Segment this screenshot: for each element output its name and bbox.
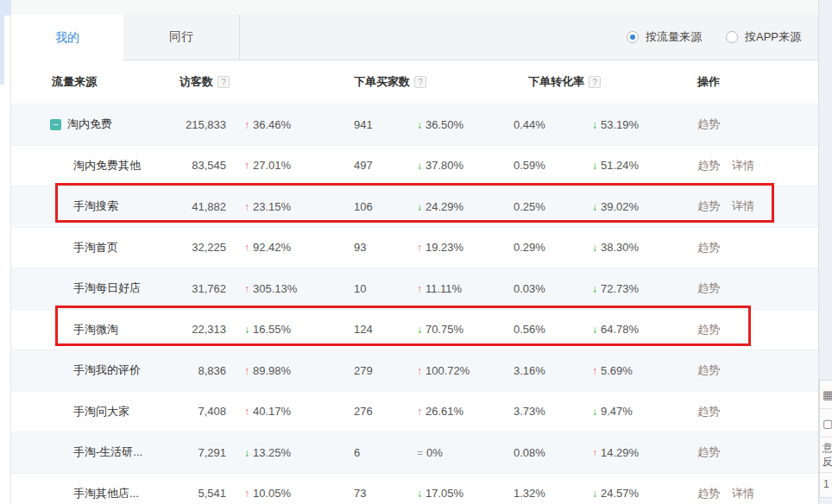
col-header-label: 下单买家数 [354,74,410,90]
trend-arrow-icon: ↓ [592,283,597,295]
table-row: 手淘微淘 22,313 ↓16.55% 124 ↓70.75% 0.56% ↓6… [11,309,818,350]
col-header-traffic-source: 流量来源 [11,74,160,90]
source-label: 手淘问大家 [73,404,129,419]
trend-link[interactable]: 趋势 [697,198,720,214]
radio-icon[interactable] [627,31,639,43]
trend-link[interactable]: 趋势 [697,158,720,173]
trend-arrow-icon: ↓ [417,324,422,336]
conversion-change: ↓64.78% [581,323,686,336]
detail-link[interactable]: 详情 [732,486,754,501]
trend-link[interactable]: 趋势 [697,444,720,460]
buyers-value: 6 [338,446,406,459]
radio-by-traffic-source[interactable]: 按流量来源 [627,29,702,45]
tab-peers[interactable]: 同行 [123,15,240,60]
table-header-row: 流量来源 访客数 ? 下单买家数 ? 下单转化率 ? 操作 [11,60,818,104]
table-row: 手淘每日好店 31,762 ↑305.13% 10 ↑11.11% 0.03% … [11,268,818,309]
visitors-change: ↑89.98% [226,364,338,377]
conversion-value: 0.03% [514,282,581,295]
conversion-change: ↓9.47% [581,405,686,418]
conversion-change: ↓51.24% [581,159,686,172]
col-header-order-buyers: 下单买家数 ? [338,74,514,90]
trend-arrow-icon: ↑ [244,201,249,213]
conversion-change: ↓39.02% [581,200,686,213]
trend-link[interactable]: 趋势 [697,404,720,419]
col-header-label: 流量来源 [52,74,97,90]
buyers-change: ↓36.50% [406,118,514,131]
toolbar-partial-item[interactable]: 1 [820,473,832,497]
buyers-value: 279 [338,364,406,377]
radio-label: 按流量来源 [646,29,702,45]
help-icon[interactable]: ? [217,76,230,88]
col-header-visitors: 访客数 ? [160,74,338,90]
trend-arrow-icon: ↑ [244,488,249,500]
source-label: 手淘-生活研... [73,444,142,460]
buyers-change: ↓24.29% [406,200,514,213]
feedback-char: 意 [823,441,832,455]
table-row: − 淘内免费 215,833 ↑36.46% 941 ↓36.50% 0.44%… [11,104,818,145]
buyers-value: 497 [338,159,406,172]
buyers-value: 73 [338,487,406,500]
source-label: 手淘搜索 [73,198,118,214]
trend-link[interactable]: 趋势 [697,486,720,501]
trend-arrow-icon: ↑ [244,365,249,377]
visitors-value: 31,762 [160,282,226,295]
conversion-value: 0.25% [514,200,581,213]
traffic-source-name: 手淘我的评价 [11,362,160,378]
conversion-change: ↑14.29% [581,446,686,459]
tab-mine[interactable]: 我的 [11,15,123,61]
radio-by-app-source[interactable]: 按APP来源 [726,29,801,45]
traffic-source-name: 淘内免费其他 [11,158,160,173]
trend-link[interactable]: 趋势 [697,322,720,337]
trend-arrow-icon: ↓ [592,201,597,213]
row-actions: 趋势详情 [686,198,818,214]
panel-icon[interactable]: ▢ [820,409,832,438]
conversion-value: 0.08% [514,446,581,459]
table-row: 手淘问大家 7,408 ↑40.17% 276 ↑26.61% 3.73% ↓9… [11,391,818,432]
radio-icon[interactable] [726,31,738,43]
source-label: 淘内免费 [67,117,112,132]
trend-link[interactable]: 趋势 [697,362,720,378]
feedback-button[interactable]: 意 反 [820,438,832,473]
visitors-change: ↑305.13% [226,282,338,295]
detail-link[interactable]: 详情 [732,158,754,173]
grid-icon[interactable]: ▦ [820,381,832,409]
conversion-change: ↓24.57% [581,487,686,500]
table-row: 淘内免费其他 83,545 ↑27.01% 497 ↓37.80% 0.59% … [11,145,818,186]
conversion-change: ↓38.30% [581,241,686,254]
visitors-change: ↑10.05% [226,487,338,500]
visitors-change: ↑36.46% [226,118,338,131]
trend-link[interactable]: 趋势 [697,240,720,255]
help-icon[interactable]: ? [414,76,426,88]
visitors-value: 32,225 [160,241,226,254]
trend-arrow-icon: ↓ [592,488,597,500]
trend-link[interactable]: 趋势 [697,280,720,296]
col-header-label: 访客数 [180,74,213,90]
trend-arrow-icon: ↑ [592,447,597,459]
traffic-source-name: 手淘其他店... [11,486,160,501]
visitors-change: ↑40.17% [226,405,338,418]
traffic-source-name: 手淘-生活研... [11,444,160,460]
collapse-icon[interactable]: − [50,119,61,130]
row-actions: 趋势 [686,322,818,337]
buyers-value: 276 [338,405,406,418]
traffic-report-page: 我的 同行 按流量来源 按APP来源 流量来源 访客数 ? 下单买家数 ? [0,0,832,504]
table-row: 手淘首页 32,225 ↑92.42% 93 ↑19.23% 0.29% ↓38… [11,227,818,268]
buyers-value: 106 [338,200,406,213]
row-actions: 趋势 [686,404,818,419]
trend-arrow-icon: ↓ [592,406,597,418]
trend-arrow-icon: ↓ [592,160,597,172]
buyers-value: 10 [338,282,406,295]
col-header-conversion-rate: 下单转化率 ? [514,74,686,90]
trend-arrow-icon: ↑ [417,242,422,254]
visitors-change: ↑27.01% [226,159,338,172]
trend-arrow-icon: ↑ [244,242,249,254]
buyers-change: ↑11.11% [406,282,514,295]
detail-link[interactable]: 详情 [732,198,754,214]
traffic-source-name: − 淘内免费 [11,117,160,132]
trend-link[interactable]: 趋势 [697,117,720,132]
trend-arrow-icon: ↓ [244,447,249,459]
row-actions: 趋势详情 [686,486,818,501]
trend-arrow-icon: ↓ [417,160,422,172]
feedback-char: 反 [823,455,832,469]
help-icon[interactable]: ? [589,76,601,88]
